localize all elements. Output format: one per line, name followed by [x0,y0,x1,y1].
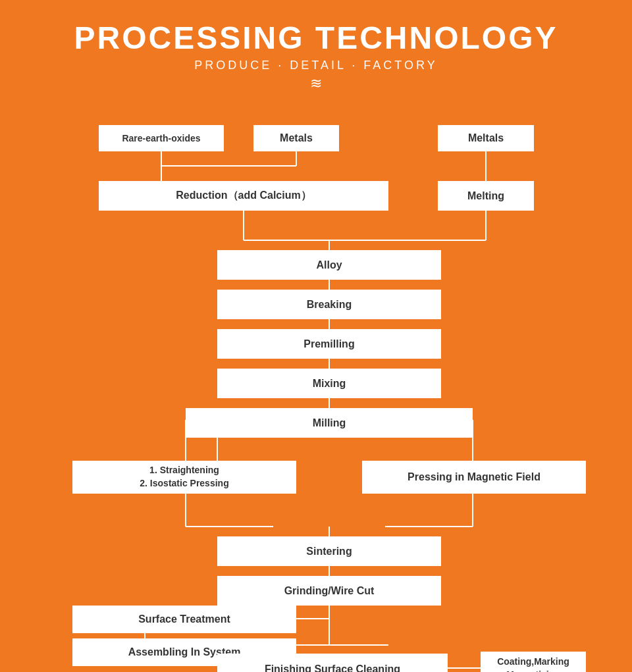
rare-earth-box: Rare-earth-oxides [99,125,224,151]
reduction-box: Reduction（add Calcium） [99,181,388,211]
sub-title: PRODUCE · DETAIL · FACTORY [13,59,619,72]
sintering-box: Sintering [217,536,441,566]
surface-box: Surface Treatment [72,606,296,633]
meltals-box: Meltals [438,125,534,151]
flow-chart: Rare-earth-oxides Metals Meltals Reducti… [13,112,619,672]
grinding-box: Grinding/Wire Cut [217,576,441,606]
main-title: PROCESSING TECHNOLOGY [13,20,619,56]
page-container: PROCESSING TECHNOLOGY PRODUCE · DETAIL ·… [0,0,632,672]
alloy-box: Alloy [217,250,441,280]
breaking-box: Breaking [217,290,441,319]
chevron-icon: ≋ [13,75,619,92]
mixing-box: Mixing [217,369,441,398]
finishing-box: Finishing Surface Cleaning [217,654,448,672]
straightening-box: 1. Straightening 2. Isostatic Pressing [72,461,296,494]
coating-box: Coating,Marking Magnetising [481,652,586,672]
metals-box: Metals [253,125,339,151]
pressing-box: Pressing in Magnetic Field [362,461,586,494]
melting-box: Melting [438,181,534,211]
milling-box: Milling [186,408,473,438]
premilling-box: Premilling [217,329,441,359]
header: PROCESSING TECHNOLOGY PRODUCE · DETAIL ·… [13,20,619,92]
